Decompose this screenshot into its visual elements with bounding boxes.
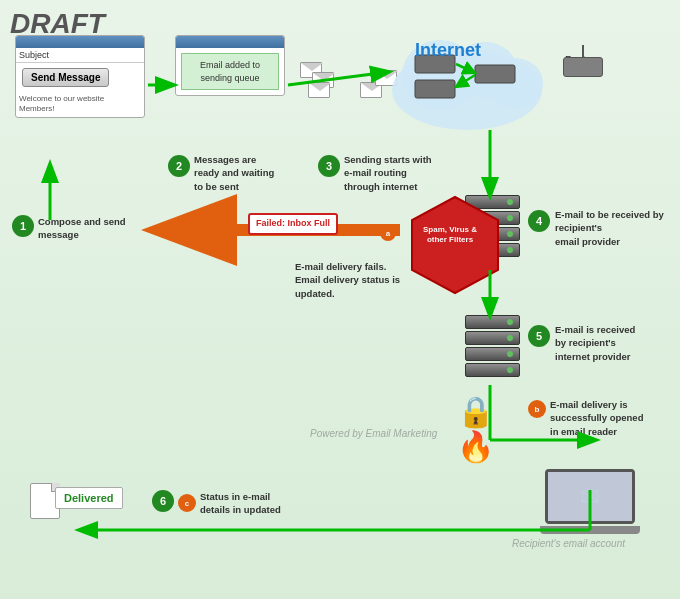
watermark-1: Powered by Email Marketing — [310, 428, 437, 439]
step-3-circle: 3 — [318, 155, 340, 177]
envelope-3 — [308, 82, 330, 98]
step-6b-label: E-mail delivery issuccessfully openedin … — [550, 398, 680, 438]
watermark-2: Recipient's email account — [512, 538, 625, 549]
step-1-label: Compose and sendmessage — [38, 215, 148, 242]
server-stack-2 — [465, 315, 520, 379]
subject-row: Subject — [16, 48, 144, 63]
queue-titlebar — [176, 36, 284, 48]
step-6c-label: Status in e-maildetails in updated — [200, 490, 330, 517]
send-button[interactable]: Send Message — [22, 68, 109, 87]
step-1-circle: 1 — [12, 215, 34, 237]
step-6c-circle: c — [178, 494, 196, 512]
main-canvas: DRAFT Subject Send Message Welcome to ou… — [0, 0, 680, 599]
queue-text: Email added to sending queue — [181, 53, 279, 90]
laptop-screen: ✉ — [545, 469, 635, 524]
laptop-base — [540, 526, 640, 534]
step-6-circle: 6 — [152, 490, 174, 512]
compose-box: Subject Send Message Welcome to our webs… — [15, 35, 145, 118]
laptop: ✉ — [540, 469, 640, 539]
step-4-circle: 4 — [528, 210, 550, 232]
step-2-label: Messages areready and waitingto be sent — [194, 153, 314, 193]
step-5-label: E-mail is receivedby recipient'sinternet… — [555, 323, 675, 363]
envelope-icon-laptop: ✉ — [580, 483, 600, 511]
step-5-circle: 5 — [528, 325, 550, 347]
server-unit — [465, 347, 520, 361]
compose-body: Welcome to our website Members! — [16, 92, 144, 117]
svg-rect-5 — [415, 80, 455, 98]
compose-titlebar — [16, 36, 144, 48]
step-6b-circle: b — [528, 400, 546, 418]
internet-label: Internet — [415, 40, 481, 61]
failed-box: Failed: Inbox Full — [248, 213, 338, 235]
router-graphic — [560, 45, 605, 80]
server-unit — [465, 363, 520, 377]
step-6a-label: E-mail delivery fails.Email delivery sta… — [295, 260, 455, 300]
step-4-label: E-mail to be received byrecipient'semail… — [555, 208, 675, 248]
step-6a-circle: a — [380, 225, 396, 241]
subject-label: Subject — [19, 50, 49, 60]
server-unit — [465, 315, 520, 329]
queue-box: Email added to sending queue — [175, 35, 285, 96]
delivered-box: Delivered — [55, 487, 123, 509]
svg-rect-6 — [475, 65, 515, 83]
firewall-icon: 🔒🔥 — [445, 394, 505, 454]
laptop-screen-inner: ✉ — [548, 472, 632, 521]
step-3-label: Sending starts withe-mail routingthrough… — [344, 153, 484, 193]
server-unit — [465, 331, 520, 345]
step-2-circle: 2 — [168, 155, 190, 177]
spam-filter-label: Spam, Virus & other Filters — [414, 225, 486, 246]
